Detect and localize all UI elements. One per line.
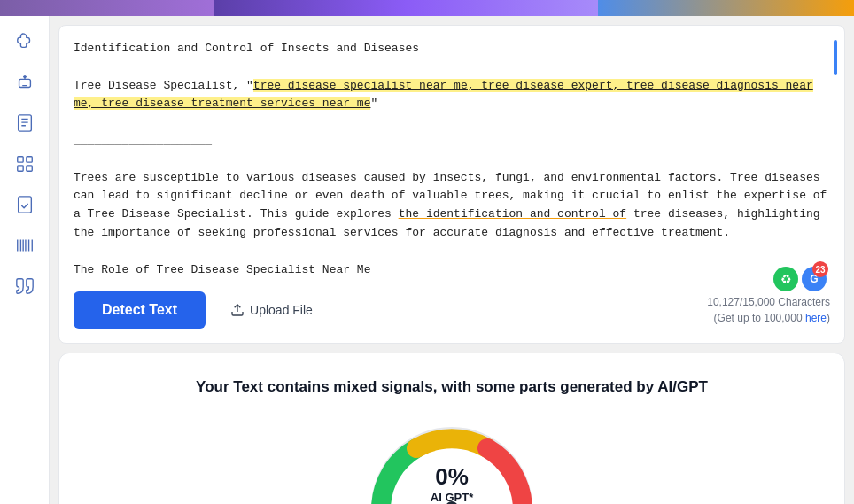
detect-text-button[interactable]: Detect Text (74, 291, 206, 329)
gauge-text: 0% AI GPT* (431, 463, 473, 504)
green-badge: ♻ (773, 267, 798, 291)
result-panel: Your Text contains mixed signals, with s… (58, 353, 845, 504)
result-title: Your Text contains mixed signals, with s… (196, 378, 708, 396)
highlight-phrase: tree disease specialist near me, tree di… (74, 79, 813, 111)
upload-label: Upload File (250, 303, 313, 317)
editor-separator: ____________________ (74, 132, 830, 151)
gauge-chart: 0% AI GPT* (363, 410, 540, 504)
char-count: 10,127/15,000 Characters (Get up to 100,… (707, 294, 830, 326)
char-count-sub: (Get up to 100,000 here) (714, 312, 830, 324)
here-link[interactable]: here (805, 312, 827, 324)
upload-icon (230, 303, 245, 317)
svg-rect-6 (26, 166, 31, 171)
banner-segment-1 (0, 0, 214, 16)
svg-rect-4 (26, 157, 31, 162)
editor-paragraph3: The Role of Tree Disease Specialist Near… (74, 261, 830, 280)
main-area: Identification and Control of Insects an… (0, 16, 854, 504)
content-area: Identification and Control of Insects an… (50, 16, 854, 504)
brain-icon[interactable] (8, 25, 42, 58)
svg-rect-2 (18, 115, 31, 131)
gauge-percent: 0% (431, 463, 473, 491)
svg-rect-7 (18, 197, 31, 213)
ai-badges: ♻ G 23 (773, 267, 827, 291)
document-lines-icon[interactable] (8, 106, 42, 140)
underlined-phrase: the identification and control of (399, 207, 626, 221)
check-doc-icon[interactable] (8, 188, 42, 221)
barcode-icon[interactable] (8, 229, 42, 262)
upload-file-button[interactable]: Upload File (220, 296, 323, 324)
vertical-indicator (834, 40, 837, 75)
grid-chart-icon[interactable] (8, 147, 42, 181)
editor-paragraph2: Trees are susceptible to various disease… (74, 169, 830, 243)
svg-rect-5 (17, 166, 22, 171)
sidebar (0, 16, 50, 504)
svg-rect-3 (17, 157, 22, 162)
editor-panel: Identification and Control of Insects an… (58, 25, 845, 344)
quote-icon[interactable] (8, 269, 42, 303)
banner-segment-3 (598, 0, 854, 16)
editor-title: Identification and Control of Insects an… (74, 40, 830, 58)
blue-badge-wrapper: G 23 (802, 267, 827, 291)
gauge-label: AI GPT* (431, 491, 473, 504)
editor-content[interactable]: Identification and Control of Insects an… (74, 40, 830, 279)
top-banner (0, 0, 854, 16)
action-bar: Detect Text Upload File 10,127/15,000 Ch… (74, 288, 830, 329)
char-count-value: 10,127/15,000 Characters (707, 296, 830, 308)
banner-segment-2 (214, 0, 598, 16)
editor-paragraph1: Tree Disease Specialist, "tree disease s… (74, 77, 830, 114)
ai-robot-icon[interactable] (8, 66, 42, 99)
